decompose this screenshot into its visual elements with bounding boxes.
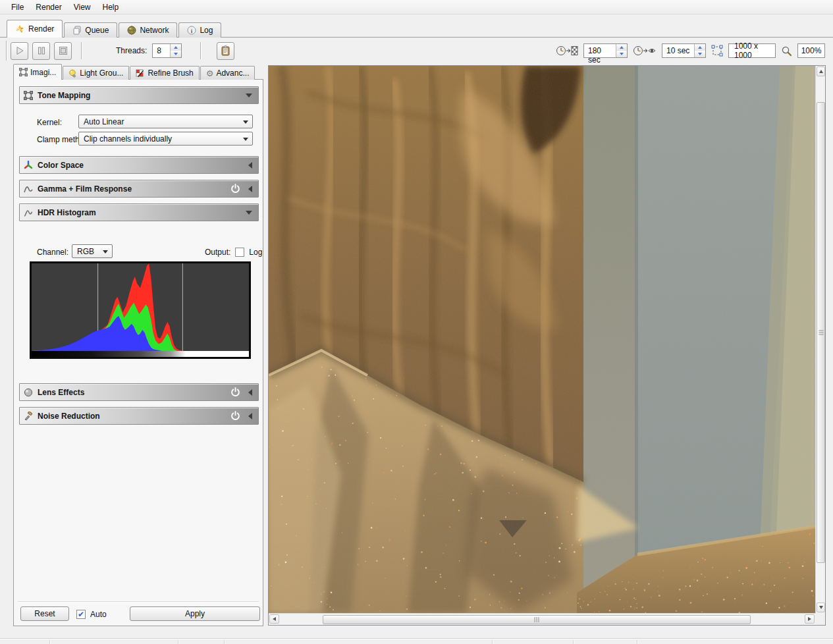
- scroll-right-button[interactable]: [805, 614, 815, 624]
- horizontal-scrollbar[interactable]: [269, 613, 815, 625]
- chevron-left-icon[interactable]: [248, 413, 252, 419]
- color-space-icon: [24, 161, 33, 170]
- histogram-gradient-strip: [32, 351, 249, 357]
- chevron-left-icon[interactable]: [248, 186, 252, 192]
- halt-time-spinner[interactable]: 180 sec: [583, 43, 628, 58]
- clamp-method-value: Clip channels individually: [84, 134, 172, 144]
- auto-checkbox[interactable]: ✔: [76, 610, 86, 619]
- scroll-left-button[interactable]: [269, 614, 279, 624]
- apply-button[interactable]: Apply: [130, 606, 260, 621]
- reset-button[interactable]: Reset: [20, 606, 69, 621]
- kernel-row: Kernel:: [37, 115, 62, 129]
- section-color-space[interactable]: Color Space: [19, 156, 259, 174]
- tab-queue[interactable]: Queue: [64, 22, 117, 38]
- panel-tab-imaging[interactable]: Imagi...: [13, 64, 62, 80]
- kernel-value: Auto Linear: [84, 117, 124, 126]
- gamma-film-title: Gamma + Film Response: [38, 184, 132, 194]
- stop-button[interactable]: [54, 42, 72, 60]
- channel-row: Channel:: [37, 245, 68, 259]
- panel-footer-separator: [18, 601, 259, 602]
- section-noise-reduction[interactable]: Noise Reduction: [19, 407, 259, 425]
- airbrush-icon: [24, 412, 33, 421]
- tab-network[interactable]: Network: [119, 22, 177, 38]
- panel-tabstrip: Imagi... Light Grou... Refine Brush ⚙ Ad…: [13, 64, 255, 80]
- resolution-value: 1000 x 1000: [734, 41, 770, 60]
- zoom-level-field[interactable]: 100%: [797, 43, 825, 58]
- panel-tab-light-groups[interactable]: Light Grou...: [63, 66, 129, 80]
- copy-to-clipboard-button[interactable]: [217, 42, 234, 60]
- panel-tab-advanced[interactable]: ⚙ Advanc...: [200, 66, 255, 80]
- tab-network-label: Network: [140, 26, 169, 35]
- statusbar: [0, 638, 833, 644]
- tab-render[interactable]: Render: [7, 20, 63, 38]
- halt-up[interactable]: [616, 44, 627, 51]
- section-gamma-film[interactable]: Gamma + Film Response: [19, 180, 259, 198]
- section-hdr-histogram[interactable]: HDR Histogram: [19, 203, 259, 221]
- imaging-panel: Tone Mapping Kernel: Auto Linear Clamp m…: [13, 79, 263, 626]
- panel-tab-advanced-label: Advanc...: [216, 68, 249, 78]
- zoom-magnifier-icon[interactable]: [781, 45, 792, 57]
- scroll-up-button[interactable]: [817, 67, 825, 76]
- chevron-left-icon[interactable]: [248, 162, 252, 169]
- output-label: Output:: [205, 248, 230, 257]
- auto-row: ✔ Auto: [76, 610, 107, 619]
- color-space-title: Color Space: [38, 161, 84, 170]
- tab-render-label: Render: [28, 24, 54, 34]
- power-toggle-icon[interactable]: [230, 411, 240, 421]
- gear-icon: ⚙: [206, 68, 214, 78]
- vertical-scrollbar[interactable]: [815, 66, 825, 613]
- halt-down[interactable]: [616, 51, 627, 57]
- menu-render[interactable]: Render: [30, 1, 67, 13]
- chevron-down-icon[interactable]: [246, 94, 252, 97]
- imaging-frame-icon: [19, 68, 28, 76]
- scroll-down-button[interactable]: [817, 603, 825, 612]
- region-select-icon[interactable]: [711, 45, 723, 57]
- reset-button-label: Reset: [34, 609, 55, 618]
- light-bulb-icon: [68, 69, 77, 78]
- pause-button[interactable]: [32, 42, 50, 60]
- section-tone-mapping[interactable]: Tone Mapping: [19, 86, 259, 104]
- update-down[interactable]: [695, 51, 705, 57]
- play-button[interactable]: [11, 42, 28, 60]
- update-up[interactable]: [695, 44, 705, 51]
- threads-up[interactable]: [171, 44, 181, 51]
- resolution-field[interactable]: 1000 x 1000: [728, 43, 776, 58]
- display-update-spinner[interactable]: 10 sec: [662, 43, 706, 58]
- menu-help[interactable]: Help: [97, 1, 125, 13]
- toolbar: Threads: 8: [0, 38, 833, 63]
- apply-button-label: Apply: [185, 609, 205, 618]
- tone-mapping-frame-icon: [24, 91, 33, 100]
- menu-view[interactable]: View: [68, 1, 97, 13]
- halt-time-icon: [556, 45, 578, 57]
- menu-file[interactable]: File: [5, 1, 30, 13]
- channel-select[interactable]: RGB: [72, 244, 113, 258]
- threads-spinner[interactable]: 8: [152, 43, 182, 58]
- log-label: Log: [249, 248, 262, 257]
- output-row: Output: Log: [205, 245, 262, 259]
- panel-tab-refine-brush[interactable]: Refine Brush: [130, 66, 199, 80]
- channel-value: RGB: [77, 247, 94, 256]
- auto-label: Auto: [90, 610, 107, 619]
- chevron-down-icon[interactable]: [246, 211, 252, 215]
- power-toggle-icon[interactable]: [230, 387, 240, 397]
- kernel-select[interactable]: Auto Linear: [78, 115, 253, 128]
- tab-log-label: Log: [200, 26, 213, 35]
- menubar: File Render View Help: [0, 0, 833, 14]
- gamma-curve-icon: [24, 184, 33, 194]
- vertical-scroll-thumb[interactable]: [817, 102, 825, 563]
- section-lens-effects[interactable]: Lens Effects: [19, 383, 259, 401]
- clipboard-icon: [221, 45, 231, 56]
- refine-brush-icon: [136, 69, 145, 78]
- horizontal-scroll-thumb[interactable]: [323, 615, 751, 624]
- histogram-plot: [32, 263, 249, 351]
- clamp-method-select[interactable]: Clip channels individually: [78, 132, 253, 146]
- chevron-left-icon[interactable]: [248, 389, 252, 396]
- rendered-image[interactable]: [269, 66, 815, 613]
- log-checkbox[interactable]: [235, 248, 244, 257]
- chevron-down-icon: [243, 121, 248, 124]
- panel-tab-refine-brush-label: Refine Brush: [148, 68, 193, 78]
- tab-log[interactable]: i Log: [178, 22, 221, 38]
- panel-tab-imaging-label: Imagi...: [30, 68, 56, 77]
- threads-down[interactable]: [171, 51, 181, 57]
- power-toggle-icon[interactable]: [230, 184, 240, 194]
